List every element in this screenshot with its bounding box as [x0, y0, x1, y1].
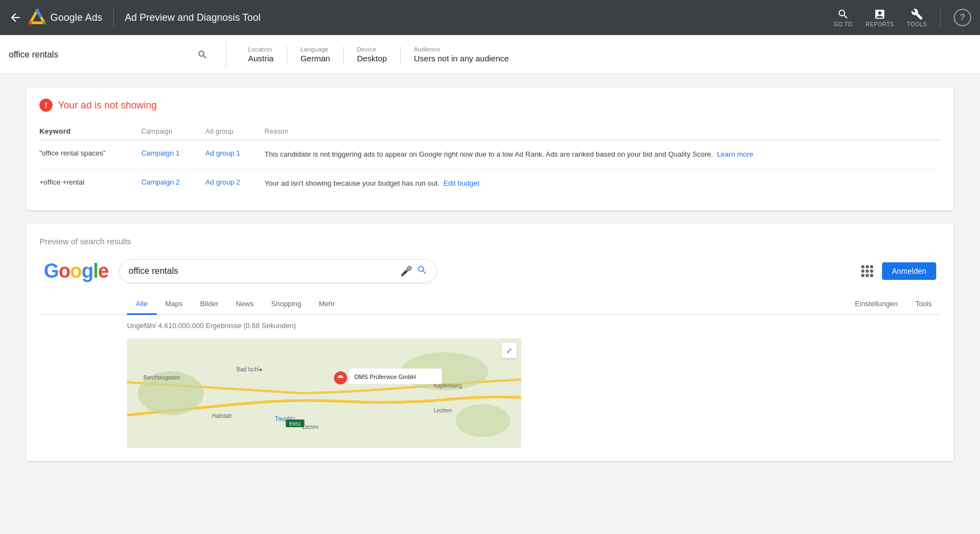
anmelden-button[interactable]: Anmelden	[882, 262, 936, 280]
google-search-bar: Google office rentals 🎤	[39, 259, 941, 283]
ad-alert-card: ! Your ad is not showing Keyword Campaig…	[26, 88, 954, 210]
reports-button[interactable]: REPORTS	[866, 8, 894, 27]
nav-icon-divider	[940, 8, 941, 27]
voice-search-icon[interactable]: 🎤	[400, 265, 412, 277]
tools-nav-label: TOOLS	[907, 21, 927, 27]
campaign-link-1[interactable]: Campaign 1	[141, 149, 180, 157]
adgroup-cell-1: Ad group 1	[205, 140, 264, 169]
goto-label: GO TO	[834, 21, 852, 27]
alert-icon: !	[39, 99, 53, 112]
device-filter[interactable]: Device Desktop	[344, 46, 401, 63]
grid-dot	[870, 269, 873, 273]
adgroup-cell-2: Ad group 2	[205, 169, 264, 197]
ad-data-table: Keyword Campaign Ad group Reason "office…	[39, 123, 941, 197]
language-label: Language	[301, 46, 330, 53]
tab-bilder[interactable]: Bilder	[191, 294, 227, 315]
app-name-label: Google Ads	[50, 12, 102, 24]
grid-dot	[861, 265, 864, 268]
search-area	[9, 49, 217, 60]
svg-text:E651: E651	[289, 421, 301, 427]
preview-card: Preview of search results Google office …	[26, 223, 954, 461]
search-submit-button[interactable]	[197, 49, 208, 60]
tab-shopping[interactable]: Shopping	[262, 294, 310, 315]
nav-divider	[113, 8, 114, 27]
reason-text-2: Your ad isn't showing because your budge…	[264, 179, 441, 187]
tab-mehr[interactable]: Mehr	[310, 294, 344, 315]
device-value: Desktop	[357, 54, 387, 63]
adgroup-link-2[interactable]: Ad group 2	[205, 178, 240, 186]
svg-point-3	[43, 21, 46, 24]
logo-e: e	[98, 260, 108, 282]
language-filter[interactable]: Language German	[287, 46, 344, 63]
location-value: Austria	[248, 54, 274, 63]
tools-nav-button[interactable]: TOOLS	[907, 8, 927, 27]
search-input[interactable]	[9, 50, 197, 60]
location-filter[interactable]: Location Austria	[235, 46, 287, 63]
logo-o1: o	[59, 260, 70, 282]
keyword-cell-1: "office rental spaces"	[39, 140, 141, 169]
tab-maps[interactable]: Maps	[157, 294, 192, 315]
alert-section: ! Your ad is not showing Keyword Campaig…	[26, 88, 954, 210]
logo-g: G	[44, 260, 59, 282]
grid-dot	[866, 274, 869, 277]
back-button[interactable]	[9, 11, 22, 24]
help-button[interactable]: ?	[954, 9, 971, 26]
google-logo: Google	[44, 260, 108, 283]
grid-dot	[870, 274, 873, 277]
filters-divider	[226, 42, 226, 68]
top-navigation: Google Ads Ad Preview and Diagnosis Tool…	[0, 0, 980, 35]
logo-l: l	[93, 260, 98, 282]
campaign-cell-2: Campaign 2	[141, 169, 205, 197]
tab-news[interactable]: News	[227, 294, 263, 315]
google-nav-icons: Anmelden	[861, 262, 936, 280]
google-apps-icon[interactable]	[861, 265, 873, 277]
tab-tools[interactable]: Tools	[907, 294, 941, 315]
svg-point-2	[36, 9, 39, 12]
grid-dot	[861, 274, 864, 277]
logo-g2: g	[82, 260, 93, 282]
tab-einstellungen[interactable]: Einstellungen	[846, 294, 907, 315]
google-search-icon[interactable]	[417, 265, 428, 278]
grid-dot	[861, 269, 864, 273]
svg-text:Leoben: Leoben	[434, 407, 452, 414]
filters-bar: Location Austria Language German Device …	[0, 35, 980, 74]
col-reason: Reason	[264, 123, 941, 140]
table-row: "office rental spaces" Campaign 1 Ad gro…	[39, 140, 941, 169]
map-svg: Berchtesgaden Bad Ischl● Hallstatt Taupl…	[127, 338, 521, 448]
col-campaign: Campaign	[141, 123, 205, 140]
language-value: German	[301, 54, 330, 63]
adgroup-link-1[interactable]: Ad group 1	[205, 149, 240, 157]
tab-alle[interactable]: Alle	[127, 294, 157, 315]
map-expand-button[interactable]: ⤢	[501, 343, 517, 358]
audience-value: Users not in any audience	[414, 54, 509, 63]
campaign-link-2[interactable]: Campaign 2	[141, 178, 180, 186]
preview-section: Preview of search results Google office …	[26, 223, 954, 461]
preview-title: Preview of search results	[39, 237, 941, 246]
svg-text:Berchtesgaden: Berchtesgaden	[143, 375, 180, 381]
learn-more-link[interactable]: Learn more	[717, 150, 753, 158]
google-search-query: office rentals	[129, 266, 400, 276]
map-preview: Berchtesgaden Bad Ischl● Hallstatt Taupl…	[127, 338, 521, 448]
reason-cell-2: Your ad isn't showing because your budge…	[264, 169, 941, 197]
google-ads-logo: Google Ads	[28, 9, 102, 26]
keyword-cell-2: +office +rental	[39, 169, 141, 197]
svg-text:Hallstatt: Hallstatt	[212, 413, 232, 419]
edit-budget-link[interactable]: Edit budget	[443, 179, 480, 187]
goto-button[interactable]: GO TO	[834, 8, 852, 27]
google-search-input-wrapper: office rentals 🎤	[119, 259, 437, 283]
audience-filter[interactable]: Audience Users not in any audience	[401, 46, 522, 63]
google-tabs: Alle Maps Bilder News Shopping Mehr Eins…	[39, 294, 941, 315]
col-keyword: Keyword	[39, 123, 141, 140]
grid-dot	[866, 265, 869, 268]
nav-right-actions: GO TO REPORTS TOOLS ?	[834, 8, 971, 27]
table-row: +office +rental Campaign 2 Ad group 2 Yo…	[39, 169, 941, 197]
campaign-cell-1: Campaign 1	[141, 140, 205, 169]
location-label: Location	[248, 46, 274, 53]
main-content: ! Your ad is not showing Keyword Campaig…	[0, 74, 980, 487]
col-adgroup: Ad group	[205, 123, 264, 140]
tool-title-label: Ad Preview and Diagnosis Tool	[125, 12, 261, 24]
device-label: Device	[357, 46, 387, 53]
results-meta: Ungefähr 4.610.000.000 Ergebnisse (0,68 …	[39, 321, 941, 330]
alert-title: Your ad is not showing	[58, 100, 157, 111]
svg-text:Bad Ischl●: Bad Ischl●	[237, 366, 262, 372]
